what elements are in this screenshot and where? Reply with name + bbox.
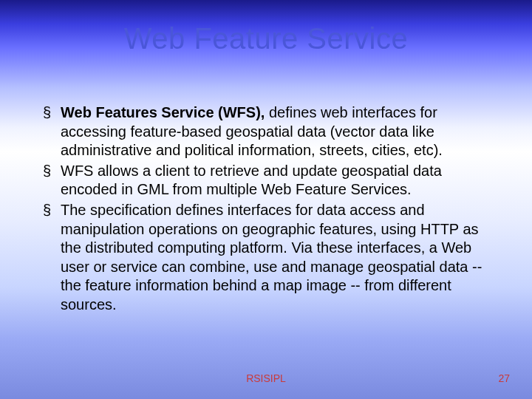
bullet-lead: Web Features Service (WFS), xyxy=(61,104,265,120)
page-number: 27 xyxy=(498,372,510,384)
slide: Web Feature Service Web Features Service… xyxy=(0,0,532,399)
footer-organization: RSISIPL xyxy=(0,372,532,384)
bullet-text: The specification defines interfaces for… xyxy=(61,202,482,313)
bullet-text: WFS allows a client to retrieve and upda… xyxy=(61,163,442,198)
bullet-item: WFS allows a client to retrieve and upda… xyxy=(43,162,502,200)
bullet-item: Web Features Service (WFS), defines web … xyxy=(43,103,502,160)
slide-title: Web Feature Service xyxy=(0,22,532,55)
slide-content: Web Features Service (WFS), defines web … xyxy=(43,103,502,316)
bullet-item: The specification defines interfaces for… xyxy=(43,201,502,315)
